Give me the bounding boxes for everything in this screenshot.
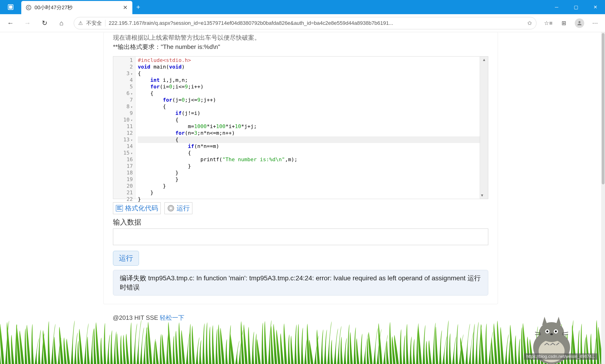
format-label: 格式化代码 <box>125 204 158 213</box>
svg-point-2 <box>579 21 581 23</box>
svg-point-11 <box>539 322 564 342</box>
footer-copyright: @2013 HIT SSE <box>113 314 160 321</box>
avatar-icon <box>575 18 584 28</box>
footer-link[interactable]: 轻松一下 <box>160 314 184 321</box>
line-gutter: 123▾456▾78▾910▾111213▾1415▾1617181920212… <box>113 56 135 199</box>
address-bar[interactable]: ⚠ 不安全 222.195.7.167/train/q.aspx?session… <box>74 17 537 29</box>
close-window-button[interactable]: ✕ <box>586 0 605 14</box>
maximize-button[interactable]: ▢ <box>566 0 586 14</box>
svg-point-8 <box>170 207 172 209</box>
print-margin <box>479 57 479 198</box>
format-icon <box>115 204 124 213</box>
problem-line1: 现在请根据以上线索帮助警方找出车号以便尽快破案。 <box>113 33 488 42</box>
active-tab[interactable]: C 00小时47分27秒 ✕ <box>21 1 132 14</box>
svg-rect-1 <box>9 6 12 9</box>
scrollbar-thumb[interactable] <box>602 33 605 184</box>
error-text: 编译失败 tmp95A3.tmp.c: In function 'main': … <box>120 274 481 291</box>
input-textarea[interactable] <box>113 229 488 245</box>
run-button-big[interactable]: 运行 <box>113 251 139 266</box>
titlebar: C 00小时47分27秒 ✕ + ─ ▢ ✕ <box>0 0 605 14</box>
run-button-small[interactable]: 运行 <box>165 202 192 214</box>
svg-point-15 <box>555 330 557 332</box>
separator <box>105 20 105 26</box>
tab-title: 00小时47分27秒 <box>35 4 120 11</box>
content-card: 现在请根据以上线索帮助警方找出车号以便尽快破案。 **输出格式要求："The n… <box>103 32 498 304</box>
url-text: 222.195.7.167/train/q.aspx?session_id=e1… <box>109 20 524 26</box>
close-tab-icon[interactable]: ✕ <box>123 4 128 11</box>
insecure-label: 不安全 <box>86 20 102 27</box>
new-tab-button[interactable]: + <box>132 0 144 14</box>
reload-button[interactable]: ↻ <box>37 16 52 31</box>
page-scrollbar[interactable] <box>601 32 605 364</box>
tab-strip: C 00小时47分27秒 ✕ + <box>21 0 144 14</box>
favicon-icon: C <box>26 5 31 10</box>
viewport: 现在请根据以上线索帮助警方找出车号以便尽快破案。 **输出格式要求："The n… <box>0 32 601 364</box>
input-label: 输入数据 <box>113 218 488 227</box>
code-editor[interactable]: 123▾456▾78▾910▾111213▾1415▾1617181920212… <box>113 56 488 199</box>
window-controls: ─ ▢ ✕ <box>547 0 605 14</box>
svg-point-13 <box>546 330 548 332</box>
run-big-label: 运行 <box>119 254 133 262</box>
footer: @2013 HIT SSE 轻松一下 <box>103 314 498 322</box>
favorites-icon[interactable]: ☆≡ <box>541 16 555 30</box>
home-button[interactable]: ⌂ <box>54 16 69 31</box>
toolbar: ← → ↻ ⌂ ⚠ 不安全 222.195.7.167/train/q.aspx… <box>0 14 605 32</box>
gear-icon <box>166 204 176 213</box>
collections-icon[interactable]: ⊞ <box>557 16 571 30</box>
scroll-down-icon[interactable]: ▼ <box>480 192 484 199</box>
profile-button[interactable] <box>572 16 587 30</box>
run-small-label: 运行 <box>177 204 190 213</box>
input-section: 输入数据 <box>113 218 488 246</box>
favorite-icon[interactable]: ✩ <box>527 20 532 26</box>
editor-buttons: 格式化代码 运行 <box>113 202 488 214</box>
tab-manager-icon[interactable] <box>0 0 21 14</box>
minimize-button[interactable]: ─ <box>547 0 566 14</box>
grass-decoration <box>0 319 601 364</box>
scroll-up-icon[interactable]: ▲ <box>480 56 488 63</box>
problem-text: 现在请根据以上线索帮助警方找出车号以便尽快破案。 **输出格式要求："The n… <box>113 32 488 52</box>
forward-button[interactable]: → <box>20 16 35 31</box>
more-icon[interactable]: ⋯ <box>588 16 602 30</box>
error-output: 编译失败 tmp95A3.tmp.c: In function 'main': … <box>113 270 488 296</box>
back-button[interactable]: ← <box>3 16 18 31</box>
code-area[interactable]: #include<stdio.h>void main(void){ int i,… <box>135 56 488 199</box>
format-code-button[interactable]: 格式化代码 <box>113 202 161 214</box>
svg-point-16 <box>550 333 553 335</box>
warning-icon: ⚠ <box>78 20 83 26</box>
watermark: https://blog.csdn.net/weixin_49874... <box>524 353 597 360</box>
problem-line2: **输出格式要求："The number is:%d\n" <box>113 42 488 52</box>
editor-scrollbar[interactable]: ▲ ▼ <box>480 56 488 199</box>
